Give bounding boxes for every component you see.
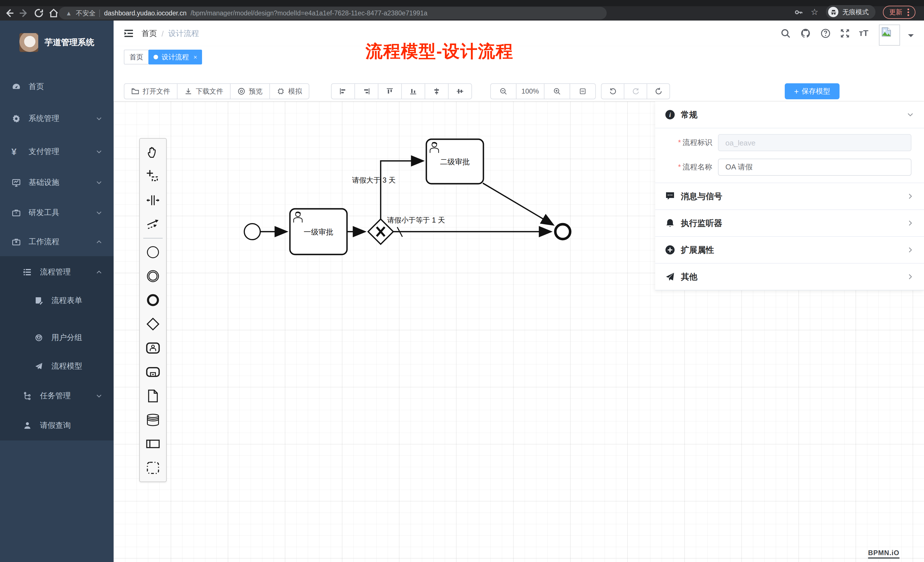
user-group-icon bbox=[34, 333, 44, 342]
tab-close-icon[interactable]: × bbox=[194, 54, 197, 60]
chevron-down-icon bbox=[96, 115, 102, 122]
sidebar-item-task-mgmt[interactable]: 任务管理 bbox=[0, 382, 114, 410]
toolbox-icon bbox=[11, 208, 21, 218]
search-icon[interactable] bbox=[780, 28, 791, 39]
sidebar-item-infra[interactable]: 基础设施 bbox=[0, 168, 114, 197]
task-second-approval[interactable]: 二级审批 bbox=[426, 139, 483, 184]
open-file-button[interactable]: 打开文件 bbox=[124, 84, 177, 99]
sidebar-collapse-icon[interactable] bbox=[124, 28, 134, 37]
file-button-group: 打开文件 下载文件 预览 模拟 bbox=[124, 83, 309, 99]
fullscreen-icon[interactable] bbox=[840, 28, 850, 39]
zoom-in-icon[interactable] bbox=[544, 84, 570, 99]
font-size-icon[interactable]: ᴛT bbox=[859, 28, 868, 39]
sidebar-item-process-mgmt[interactable]: 流程管理 bbox=[0, 258, 114, 286]
sidebar-item-user-group[interactable]: 用户分组 bbox=[0, 324, 114, 352]
panel-section-general[interactable]: i 常规 bbox=[655, 102, 924, 128]
flow-task2-to-end[interactable] bbox=[483, 183, 553, 225]
tab-design-process[interactable]: 设计流程 × bbox=[148, 49, 202, 64]
password-key-icon[interactable] bbox=[794, 7, 803, 17]
browser-home-icon[interactable] bbox=[48, 8, 59, 18]
panel-section-other[interactable]: 其他 bbox=[655, 264, 924, 290]
bpmn-io-watermark[interactable]: BPMN.iO bbox=[868, 549, 900, 559]
zoom-reset-icon[interactable] bbox=[570, 84, 595, 99]
start-event[interactable] bbox=[244, 224, 260, 240]
not-secure-label: 不安全 bbox=[76, 9, 96, 17]
folder-icon bbox=[131, 87, 139, 95]
sidebar-item-home[interactable]: 首页 bbox=[0, 72, 114, 101]
process-name-input[interactable] bbox=[718, 159, 912, 176]
sidebar-item-process-model[interactable]: 流程模型 bbox=[0, 352, 114, 381]
sidebar-item-devtools[interactable]: 研发工具 bbox=[0, 199, 114, 227]
designer-toolbar: 打开文件 下载文件 预览 模拟 bbox=[114, 68, 924, 101]
chevron-up-icon bbox=[96, 239, 102, 245]
paper-plane-icon bbox=[34, 362, 44, 371]
process-key-input[interactable] bbox=[718, 134, 912, 151]
process-key-label: 流程标识 bbox=[682, 138, 712, 147]
svg-text:一级审批: 一级审批 bbox=[304, 228, 333, 236]
chevron-right-icon bbox=[907, 193, 914, 200]
sidebar-item-system[interactable]: 系统管理 bbox=[0, 104, 114, 133]
align-horizontal-center-icon[interactable] bbox=[448, 84, 471, 99]
browser-update-button[interactable]: 更新 bbox=[883, 5, 915, 18]
bookmark-star-icon[interactable]: ☆ bbox=[811, 7, 818, 17]
chevron-down-icon bbox=[907, 111, 914, 118]
restart-icon[interactable] bbox=[646, 84, 669, 99]
briefcase-icon bbox=[11, 237, 21, 247]
browser-back-icon[interactable] bbox=[3, 8, 15, 18]
svg-text:二级审批: 二级审批 bbox=[440, 157, 470, 166]
flow-gateway-to-task2[interactable] bbox=[381, 161, 423, 219]
zoom-out-icon[interactable] bbox=[491, 84, 516, 99]
align-left-icon[interactable] bbox=[332, 84, 354, 99]
sidebar-item-payment[interactable]: ¥ 支付管理 bbox=[0, 138, 114, 166]
undo-icon[interactable] bbox=[602, 84, 624, 99]
download-file-button[interactable]: 下载文件 bbox=[177, 84, 230, 99]
flow-label-gt3[interactable]: 请假大于 3 天 bbox=[352, 176, 396, 184]
simulate-button[interactable]: 模拟 bbox=[269, 84, 309, 99]
chevron-down-icon bbox=[96, 180, 102, 186]
tree-list-icon bbox=[23, 268, 32, 277]
bpmn-canvas[interactable]: 一级审批 二级审批 请假大于 3 天 请假小于等于 1 天 bbox=[114, 101, 924, 562]
browser-menu-icon[interactable] bbox=[908, 8, 909, 16]
logo-avatar bbox=[20, 33, 38, 52]
task-first-approval[interactable]: 一级审批 bbox=[290, 209, 347, 255]
align-bottom-icon[interactable] bbox=[401, 84, 424, 99]
redo-icon[interactable] bbox=[624, 84, 646, 99]
github-icon[interactable] bbox=[800, 28, 811, 39]
incognito-badge: 无痕模式 bbox=[826, 5, 876, 19]
panel-section-ext-properties[interactable]: 扩展属性 bbox=[655, 237, 924, 264]
save-model-button[interactable]: + 保存模型 bbox=[785, 83, 840, 99]
panel-section-messages[interactable]: 消息与信号 bbox=[655, 183, 924, 210]
breadcrumb-home[interactable]: 首页 bbox=[141, 28, 157, 39]
message-icon bbox=[665, 191, 675, 201]
align-button-group bbox=[331, 83, 472, 99]
avatar[interactable] bbox=[879, 24, 900, 46]
flow-label-le1[interactable]: 请假小于等于 1 天 bbox=[387, 216, 445, 224]
update-label: 更新 bbox=[889, 8, 902, 16]
panel-section-listeners[interactable]: 执行监听器 bbox=[655, 210, 924, 237]
sidebar-item-workflow[interactable]: 工作流程 bbox=[0, 228, 114, 256]
help-icon[interactable] bbox=[820, 28, 831, 39]
chevron-right-icon bbox=[907, 246, 914, 253]
browser-forward-icon[interactable] bbox=[18, 8, 30, 18]
avatar-caret-icon[interactable] bbox=[908, 34, 914, 40]
align-top-icon[interactable] bbox=[378, 84, 401, 99]
chip-icon bbox=[277, 87, 285, 95]
dashboard-icon bbox=[11, 82, 21, 91]
sidebar-item-process-form[interactable]: 流程表单 bbox=[0, 286, 114, 315]
app-logo[interactable]: 芋道管理系统 bbox=[0, 25, 114, 59]
browser-reload-icon[interactable] bbox=[33, 8, 45, 18]
end-event[interactable] bbox=[555, 224, 570, 239]
address-bar[interactable]: ▲ 不安全 dashboard.yudao.iocoder.cn/bpm/man… bbox=[59, 7, 607, 19]
incognito-icon bbox=[828, 7, 838, 17]
zoom-level: 100% bbox=[516, 84, 544, 99]
align-vertical-center-icon[interactable] bbox=[424, 84, 448, 99]
align-right-icon[interactable] bbox=[354, 84, 378, 99]
process-name-label: 流程名称 bbox=[682, 163, 712, 171]
tab-home[interactable]: 首页 bbox=[124, 49, 149, 64]
sidebar-item-leave-query[interactable]: 请假查询 bbox=[0, 411, 114, 440]
preview-button[interactable]: 预览 bbox=[230, 84, 269, 99]
breadcrumb-current: 设计流程 bbox=[168, 28, 199, 39]
chevron-right-icon bbox=[907, 273, 914, 280]
form-icon bbox=[34, 296, 44, 305]
chevron-down-icon bbox=[96, 393, 102, 399]
